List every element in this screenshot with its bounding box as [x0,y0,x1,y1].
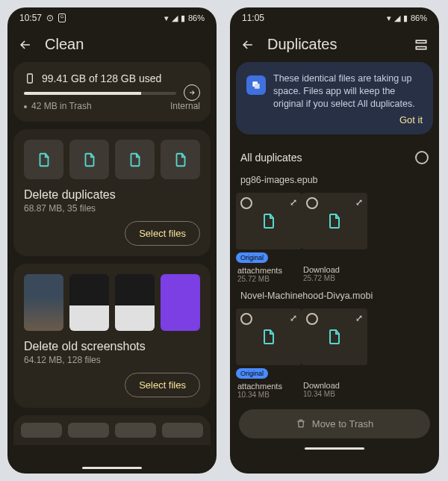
storage-summary: 99.41 GB of 128 GB used [42,72,161,84]
app-bar: Clean [7,28,217,62]
item-size: 25.72 MB [236,275,302,288]
duplicate-group: ⤢ Original attachments 25.72 MB ⤢ Downlo… [230,188,439,288]
select-radio[interactable] [306,313,318,325]
phone-icon [24,72,36,84]
card-title: Delete old screenshots [24,340,200,353]
select-radio[interactable] [240,197,252,209]
back-icon[interactable] [18,37,33,52]
screenshot-thumb[interactable] [115,274,155,331]
card-subtitle: 64.12 MB, 128 files [24,355,200,365]
screenshot-thumb[interactable] [69,274,109,331]
wifi-icon: ▾ [387,13,391,23]
file-thumb[interactable] [161,140,200,179]
file-thumb[interactable] [115,140,155,179]
back-icon[interactable] [240,37,255,52]
item-caption: attachments [236,379,302,391]
page-title: Duplicates [267,36,402,53]
duplicate-item[interactable]: ⤢ Download 25.72 MB [302,193,367,288]
expand-icon[interactable]: ⤢ [290,313,297,323]
info-banner: These identical files are taking up spac… [236,62,433,134]
expand-icon[interactable]: ⤢ [290,197,297,208]
card-subtitle: 68.87 MB, 35 files [24,203,200,214]
expand-icon[interactable]: ⤢ [355,313,363,323]
duplicate-group: ⤢ Original attachments 10.34 MB ⤢ Downlo… [230,304,439,403]
trash-size: 42 MB in Trash [24,101,92,111]
file-thumb[interactable] [69,140,109,179]
move-to-trash-button[interactable]: Move to Trash [239,409,430,438]
duplicates-screen: 11:05 ▾ ◢ ▮ 86% Duplicates These identic… [230,7,439,474]
svg-rect-4 [255,84,260,89]
select-radio[interactable] [306,197,318,209]
select-radio[interactable] [240,313,252,325]
wifi-icon: ▾ [164,13,169,23]
signal-icon: ◢ [394,13,400,23]
battery-pct: 86% [188,13,205,22]
battery-pct: 86% [411,13,427,22]
battery-icon: ▮ [181,13,185,23]
page-title: Clean [45,36,206,53]
item-size: 10.34 MB [302,390,367,403]
svg-rect-1 [416,40,426,43]
group-title: pg86-images.epub [230,172,439,188]
item-size: 10.34 MB [236,391,302,403]
card-title: Delete duplicates [24,188,200,202]
battery-icon: ▮ [403,13,408,23]
original-badge: Original [236,368,268,379]
select-files-button[interactable]: Select files [125,373,200,397]
notif-box-icon: ᴳ [58,13,66,22]
clock: 10:57 [19,13,42,23]
item-caption: attachments [236,263,302,275]
notif-dot-icon: ⊙ [46,13,54,23]
status-bar: 11:05 ▾ ◢ ▮ 86% [230,7,439,28]
home-indicator[interactable] [305,447,364,450]
screenshots-card: Delete old screenshots 64.12 MB, 128 fil… [13,264,211,408]
view-toggle-icon[interactable] [414,37,429,52]
duplicate-item[interactable]: ⤢ Download 10.34 MB [302,308,367,403]
duplicate-item[interactable]: ⤢ Original attachments 25.72 MB [236,193,302,288]
item-caption: Download [302,378,367,390]
item-caption: Download [302,262,367,274]
duplicates-card: Delete duplicates 68.87 MB, 35 files Sel… [13,129,211,256]
duplicate-icon [246,75,266,95]
original-badge: Original [236,252,268,263]
status-bar: 10:57 ⊙ ᴳ ▾ ◢ ▮ 86% [7,7,217,28]
clean-screen: 10:57 ⊙ ᴳ ▾ ◢ ▮ 86% Clean 99.41 GB of 12… [7,7,217,474]
got-it-button[interactable]: Got it [399,114,423,127]
select-all-radio[interactable] [415,151,429,164]
file-thumb[interactable] [24,140,63,179]
storage-location: Internal [170,101,200,111]
select-files-button[interactable]: Select files [125,221,200,246]
storage-card: 99.41 GB of 128 GB used 42 MB in Trash I… [13,62,211,122]
clock: 11:05 [242,13,264,23]
all-duplicates-header[interactable]: All duplicates [230,143,439,172]
group-title: Novel-Machinehood-Divya.mobi [230,288,439,304]
app-bar: Duplicates [230,28,439,62]
storage-progress [24,92,176,95]
next-card-peek [13,415,211,445]
screenshot-thumb[interactable] [161,274,200,331]
storage-details-button[interactable] [184,84,200,101]
signal-icon: ◢ [172,13,178,23]
duplicate-item[interactable]: ⤢ Original attachments 10.34 MB [236,308,302,403]
trash-button-label: Move to Trash [312,418,373,429]
all-duplicates-label: All duplicates [240,152,302,164]
item-size: 25.72 MB [302,274,367,287]
svg-rect-2 [416,46,426,49]
screenshot-thumb[interactable] [24,274,63,331]
home-indicator[interactable] [82,467,142,469]
svg-rect-0 [28,74,33,83]
expand-icon[interactable]: ⤢ [355,197,363,208]
